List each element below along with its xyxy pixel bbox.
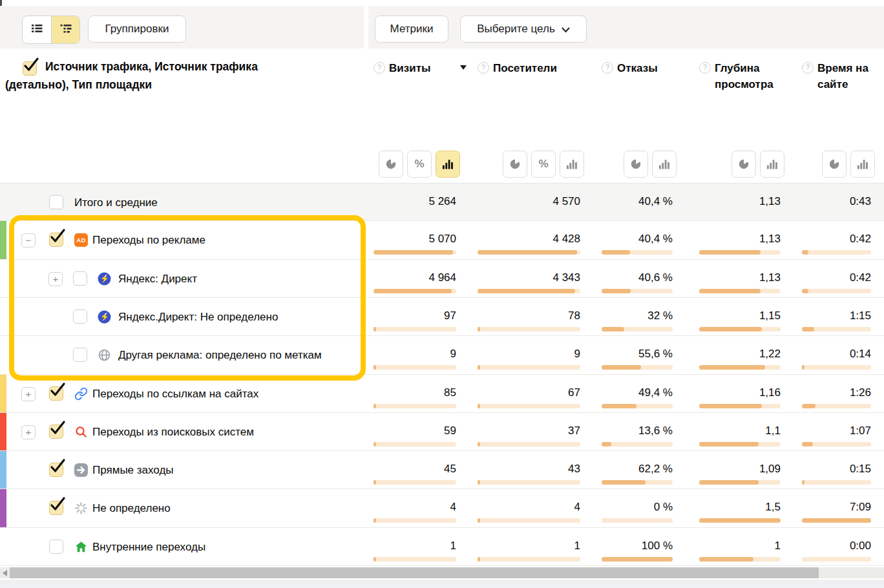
cell-bar-fill — [374, 518, 376, 523]
pie-chart-toggle-time[interactable] — [822, 151, 847, 178]
cell-visits: 59 — [374, 425, 456, 437]
bars-chart-toggle-visitors[interactable] — [560, 151, 584, 178]
bars-chart-toggle-depth[interactable] — [760, 151, 784, 178]
row-checkbox[interactable] — [49, 195, 63, 209]
row-label: Прямые заходы — [92, 464, 174, 477]
cell-bar-track — [478, 557, 580, 562]
pie-chart-toggle-bounce[interactable] — [624, 151, 648, 178]
cell-time: 0:42 — [802, 271, 871, 284]
cell-bar-fill — [374, 442, 376, 446]
bars-chart-toggle-visits[interactable] — [436, 151, 460, 178]
cell-time: 0:00 — [802, 540, 871, 552]
cell-bar-fill — [478, 250, 577, 255]
table-row: +Яндекс: Директ4 9644 34340,6 %1,130:42 — [0, 260, 884, 298]
cell-visits: 1 — [374, 540, 456, 552]
column-label[interactable]: Глубина просмотра — [715, 60, 782, 92]
pie-chart-icon — [828, 158, 840, 170]
cell-depth: 1,09 — [699, 463, 781, 476]
cell-bar-fill — [802, 518, 871, 523]
help-icon[interactable]: ? — [478, 62, 489, 74]
cell-depth: 1,13 — [699, 233, 781, 246]
scroll-left-arrow-icon[interactable] — [3, 570, 7, 576]
cell-depth: 1 — [699, 540, 781, 552]
spinner-icon — [74, 501, 88, 515]
cell-bar-fill — [802, 250, 808, 255]
expand-button[interactable]: + — [48, 272, 63, 286]
cell-bar-track — [802, 518, 871, 523]
cell-bounce: 100 % — [602, 540, 673, 552]
cell-bar-fill — [374, 250, 453, 255]
cell-visits: 4 964 — [374, 271, 456, 284]
globe-icon — [98, 348, 111, 362]
cell-bar-track — [699, 289, 781, 293]
cell-bar-track — [602, 404, 673, 408]
scrollbar-thumb[interactable] — [10, 567, 819, 578]
cell-bar-fill — [602, 365, 641, 370]
horizontal-scrollbar[interactable] — [0, 567, 884, 578]
table-row: −ADПереходы по рекламе5 0704 42840,4 %1,… — [0, 221, 884, 260]
cell-bar-fill — [478, 480, 480, 485]
bar-chart-icon — [442, 158, 454, 170]
cell-bounce: 0 % — [602, 501, 673, 514]
cell-bar-fill — [374, 365, 376, 370]
percent-icon: % — [414, 158, 424, 171]
table-row: Не определено440 %1,57:09 — [0, 489, 884, 528]
cell-bar-fill — [699, 557, 753, 562]
column-label[interactable]: Отказы — [617, 60, 674, 76]
cell-visits: 9 — [374, 348, 456, 361]
row-checkbox[interactable] — [73, 310, 87, 324]
collapse-button[interactable]: − — [21, 233, 36, 247]
cell-bar-track — [478, 480, 580, 485]
row-checkbox[interactable] — [49, 425, 63, 439]
cell-bounce: 55,6 % — [602, 348, 673, 361]
expand-button[interactable]: + — [21, 387, 36, 401]
help-icon[interactable]: ? — [374, 62, 385, 74]
pie-chart-toggle-depth[interactable] — [731, 151, 756, 178]
cell-depth: 1,13 — [699, 195, 781, 208]
list-view-button[interactable] — [23, 16, 51, 43]
row-checkbox[interactable] — [49, 233, 63, 247]
row-label: Переходы из поисковых систем — [92, 426, 254, 439]
chart-toggle-group-visitors: % — [503, 151, 584, 178]
row-checkbox[interactable] — [49, 501, 63, 515]
pie-chart-toggle-visitors[interactable] — [503, 151, 527, 178]
help-icon[interactable]: ? — [602, 62, 613, 74]
tree-view-button[interactable] — [51, 16, 79, 43]
percent-chart-toggle-visits[interactable]: % — [407, 151, 432, 178]
row-checkbox[interactable] — [73, 348, 87, 362]
expand-button[interactable]: + — [21, 425, 36, 439]
row-checkbox[interactable] — [73, 271, 87, 286]
sort-desc-icon — [460, 65, 467, 70]
percent-chart-toggle-visitors[interactable]: % — [531, 151, 556, 178]
row-label: Другая реклама: определено по меткам — [118, 349, 322, 362]
cell-time: 0:43 — [802, 195, 871, 208]
goal-select-button[interactable]: Выберите цель — [460, 16, 587, 43]
metrika-traffic-sources-report: Группировки Метрики Выберите цель Источн… — [0, 0, 884, 588]
cell-depth: 1,15 — [699, 310, 781, 322]
toolbar-right: Метрики Выберите цель — [368, 6, 884, 48]
row-checkbox[interactable] — [49, 463, 63, 477]
help-icon[interactable]: ? — [699, 62, 711, 74]
cell-depth: 1,1 — [699, 425, 781, 437]
column-label[interactable]: Посетители — [493, 60, 582, 76]
help-icon[interactable]: ? — [802, 62, 814, 74]
cell-bar-fill — [699, 442, 759, 446]
cell-bar-track — [699, 404, 781, 408]
bars-chart-toggle-bounce[interactable] — [652, 151, 677, 178]
top-edge-tick — [0, 0, 2, 6]
row-checkbox[interactable] — [49, 386, 63, 401]
column-label[interactable]: Время на сайте — [817, 60, 872, 92]
metrics-button[interactable]: Метрики — [375, 16, 448, 43]
cell-bar-fill — [802, 480, 805, 485]
yandex-direct-icon — [98, 272, 111, 286]
bars-chart-toggle-time[interactable] — [850, 151, 875, 178]
row-label: Яндекс.Директ: Не определено — [118, 311, 278, 324]
column-header-time: ?Время на сайте — [802, 60, 881, 92]
pie-chart-toggle-visits[interactable] — [379, 151, 403, 178]
cell-bar-fill — [699, 518, 781, 523]
row-checkbox[interactable] — [49, 540, 63, 554]
cell-visits: 97 — [374, 310, 456, 322]
groupings-button[interactable]: Группировки — [88, 16, 186, 43]
column-label[interactable]: Визиты — [389, 60, 454, 76]
pie-chart-icon — [509, 158, 521, 170]
